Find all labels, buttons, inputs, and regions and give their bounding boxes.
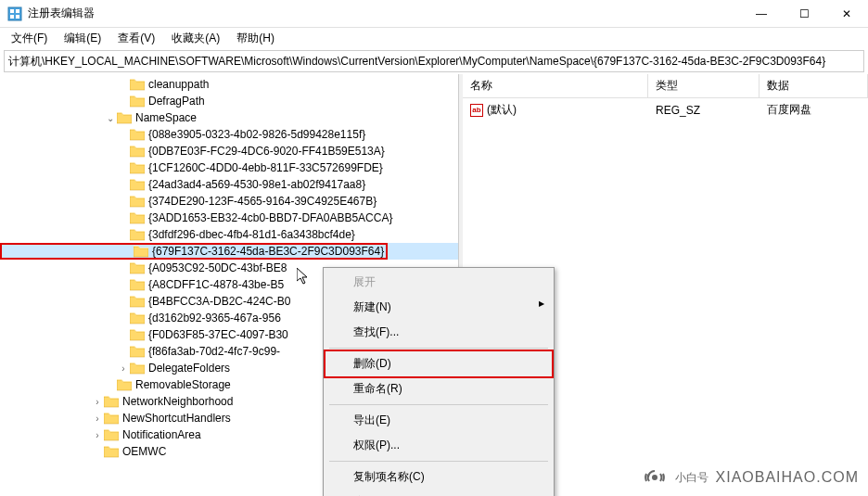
close-button[interactable]: ✕ xyxy=(825,0,868,28)
tree-node-label: DefragPath xyxy=(148,95,205,108)
tree-node[interactable]: {3dfdf296-dbec-4fb4-81d1-6a3438bcf4de} xyxy=(0,226,458,243)
tree-node[interactable]: {3ADD1653-EB32-4cb0-BBD7-DFA0ABB5ACCA} xyxy=(0,210,458,226)
tree-toggle-icon[interactable] xyxy=(117,211,130,224)
svg-rect-2 xyxy=(16,9,19,13)
tree-node-label: NewShortcutHandlers xyxy=(122,412,231,425)
tree-node-label: {088e3905-0323-4b02-9826-5d99428e115f} xyxy=(148,128,365,141)
maximize-button[interactable]: ☐ xyxy=(783,0,825,28)
col-name[interactable]: 名称 xyxy=(463,74,648,97)
list-row[interactable]: ab(默认)REG_SZ百度网盘 xyxy=(463,98,868,121)
svg-rect-4 xyxy=(16,15,19,19)
context-menu: 展开新建(N)查找(F)...删除(D)重命名(R)导出(E)权限(P)...复… xyxy=(323,267,555,496)
menu-item[interactable]: 文件(F) xyxy=(4,29,55,48)
tree-toggle-icon[interactable] xyxy=(117,195,130,208)
menu-item[interactable]: 查看(V) xyxy=(110,29,162,48)
tree-node-label: OEMWC xyxy=(122,445,166,458)
tree-node-label: {B4BFCC3A-DB2C-424C-B0 xyxy=(148,295,290,308)
tree-node-label: {f86fa3ab-70d2-4fc7-9c99- xyxy=(148,345,280,358)
menu-item[interactable]: 收藏夹(A) xyxy=(164,29,227,48)
svg-rect-3 xyxy=(10,15,14,19)
tree-node-label: {3ADD1653-EB32-4cb0-BBD7-DFA0ABB5ACCA} xyxy=(148,211,392,224)
tree-toggle-icon[interactable] xyxy=(117,295,130,308)
regedit-icon xyxy=(7,6,22,21)
tree-toggle-icon[interactable] xyxy=(117,261,130,274)
watermark-text: 小白号 xyxy=(675,470,708,486)
context-menu-item[interactable]: 新建(N) xyxy=(326,295,552,320)
tree-node[interactable]: {088e3905-0323-4b02-9826-5d99428e115f} xyxy=(0,126,458,143)
col-data[interactable]: 数据 xyxy=(760,74,868,97)
tree-toggle-icon[interactable] xyxy=(117,128,130,141)
value-type: REG_SZ xyxy=(648,100,760,120)
wifi-icon xyxy=(642,464,668,490)
context-menu-item[interactable]: 权限(P)... xyxy=(326,433,552,458)
tree-node-label: {F0D63F85-37EC-4097-B30 xyxy=(148,328,288,341)
menubar: 文件(F)编辑(E)查看(V)收藏夹(A)帮助(H) xyxy=(0,28,868,48)
tree-toggle-icon[interactable]: › xyxy=(91,395,104,408)
context-menu-item[interactable]: 删除(D) xyxy=(324,350,554,378)
tree-node-label: {d3162b92-9365-467a-956 xyxy=(148,312,281,324)
tree-node-label: NameSpace xyxy=(135,111,197,124)
tree-node[interactable]: {679F137C-3162-45da-BE3C-2F9C3D093F64} xyxy=(0,243,458,260)
tree-node-label: cleanuppath xyxy=(148,78,209,91)
tree-toggle-icon[interactable] xyxy=(117,345,130,358)
tree-node-label: NotificationArea xyxy=(122,428,201,441)
tree-toggle-icon[interactable] xyxy=(117,278,130,291)
context-separator xyxy=(329,348,548,349)
tree-node[interactable]: {374DE290-123F-4565-9164-39C4925E467B} xyxy=(0,193,458,210)
tree-node-label: RemovableStorage xyxy=(135,378,231,391)
context-menu-item: 展开 xyxy=(326,270,552,295)
menu-item[interactable]: 帮助(H) xyxy=(229,29,282,48)
tree-toggle-icon[interactable] xyxy=(117,228,130,241)
address-bar[interactable]: 计算机\HKEY_LOCAL_MACHINE\SOFTWARE\Microsof… xyxy=(4,50,864,72)
tree-node-label: NetworkNeighborhood xyxy=(122,395,233,408)
tree-toggle-icon[interactable] xyxy=(117,78,130,91)
context-separator xyxy=(329,404,548,405)
tree-toggle-icon[interactable]: › xyxy=(91,412,104,425)
tree-node-label: DelegateFolders xyxy=(148,362,230,375)
menu-item[interactable]: 编辑(E) xyxy=(57,29,108,48)
tree-node-label: {24ad3ad4-a569-4530-98e1-ab02f9417aa8} xyxy=(148,178,365,191)
tree-node-label: {A8CDFF1C-4878-43be-B5 xyxy=(148,278,284,291)
tree-toggle-icon[interactable] xyxy=(91,445,104,458)
address-text: 计算机\HKEY_LOCAL_MACHINE\SOFTWARE\Microsof… xyxy=(8,54,825,70)
svg-point-5 xyxy=(652,475,657,480)
list-header: 名称 类型 数据 xyxy=(463,74,868,98)
watermark-url: XIAOBAIHAO.COM xyxy=(716,469,859,486)
tree-node-label: {374DE290-123F-4565-9164-39C4925E467B} xyxy=(148,195,377,208)
tree-node[interactable]: {0DB7E03F-FC29-4DC6-9020-FF41B59E513A} xyxy=(0,143,458,159)
context-menu-item[interactable]: 查找(F)... xyxy=(326,320,552,345)
tree-toggle-icon[interactable] xyxy=(117,328,130,341)
tree-toggle-icon[interactable] xyxy=(117,161,130,174)
tree-node-label: {679F137C-3162-45da-BE3C-2F9C3D093F64} xyxy=(152,245,384,258)
tree-toggle-icon[interactable] xyxy=(104,378,117,391)
tree-node-label: {3dfdf296-dbec-4fb4-81d1-6a3438bcf4de} xyxy=(148,228,355,241)
context-menu-item[interactable]: 复制项名称(C) xyxy=(326,464,552,490)
tree-toggle-icon[interactable] xyxy=(117,312,130,324)
context-menu-item[interactable]: 导出(E) xyxy=(326,408,552,433)
string-value-icon: ab xyxy=(470,104,483,117)
tree-node-label: {1CF1260C-4DD0-4ebb-811F-33C572699FDE} xyxy=(148,161,383,174)
col-type[interactable]: 类型 xyxy=(648,74,760,97)
tree-node-label: {0DB7E03F-FC29-4DC6-9020-FF41B59E513A} xyxy=(148,145,385,158)
tree-toggle-icon[interactable] xyxy=(121,245,134,258)
tree-toggle-icon[interactable]: ⌄ xyxy=(104,111,117,124)
tree-node-label: {A0953C92-50DC-43bf-BE8 xyxy=(148,261,287,274)
context-separator xyxy=(329,461,548,462)
tree-node[interactable]: DefragPath xyxy=(0,93,458,109)
tree-node[interactable]: ⌄NameSpace xyxy=(0,109,458,126)
context-menu-item[interactable]: 访问 HKEY_CURRENT_USER(T) xyxy=(326,490,552,496)
context-menu-item[interactable]: 重命名(R) xyxy=(326,376,552,401)
tree-toggle-icon[interactable] xyxy=(117,178,130,191)
titlebar: 注册表编辑器 — ☐ ✕ xyxy=(0,0,868,28)
tree-node[interactable]: cleanuppath xyxy=(0,76,458,93)
tree-toggle-icon[interactable]: › xyxy=(117,362,130,375)
value-data: 百度网盘 xyxy=(760,100,868,120)
tree-toggle-icon[interactable]: › xyxy=(91,428,104,441)
value-name: (默认) xyxy=(487,102,517,118)
minimize-button[interactable]: — xyxy=(740,0,783,28)
watermark: 小白号 XIAOBAIHAO.COM xyxy=(642,464,859,490)
tree-toggle-icon[interactable] xyxy=(117,95,130,108)
tree-toggle-icon[interactable] xyxy=(117,145,130,158)
tree-node[interactable]: {1CF1260C-4DD0-4ebb-811F-33C572699FDE} xyxy=(0,159,458,176)
tree-node[interactable]: {24ad3ad4-a569-4530-98e1-ab02f9417aa8} xyxy=(0,176,458,193)
